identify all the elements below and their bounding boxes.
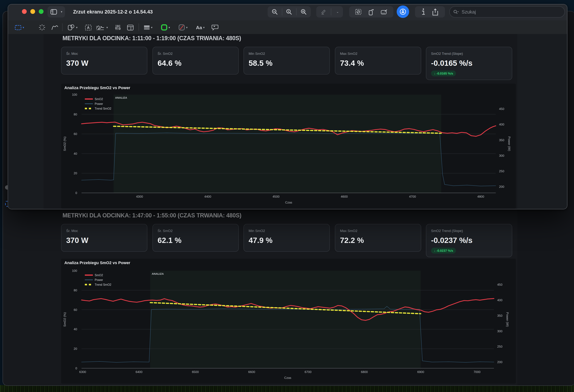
svg-text:40: 40 [74, 152, 77, 156]
svg-text:6400: 6400 [135, 370, 143, 374]
svg-text:350: 350 [499, 138, 504, 142]
metric-card: Śr. SmO262.1 % [152, 224, 239, 252]
svg-text:Trend SmO2: Trend SmO2 [95, 283, 111, 286]
metric-value: 58.5 % [249, 59, 325, 68]
svg-text:ANALIZA: ANALIZA [115, 96, 127, 99]
svg-text:4800: 4800 [477, 195, 484, 198]
svg-text:4400: 4400 [204, 195, 211, 198]
svg-text:Czas: Czas [285, 201, 292, 204]
svg-text:4600: 4600 [341, 195, 348, 198]
svg-text:6300: 6300 [79, 370, 86, 374]
section-title: METRYKI DLA ODCINKA: 1:11:00 - 1:19:00 (… [62, 35, 241, 42]
svg-text:250: 250 [497, 345, 502, 348]
svg-text:60: 60 [74, 308, 77, 312]
svg-text:Trend SmO2: Trend SmO2 [95, 107, 111, 110]
svg-text:6800: 6800 [361, 370, 368, 374]
svg-text:Power (W): Power (W) [506, 312, 509, 327]
svg-text:20: 20 [74, 347, 77, 351]
svg-text:0: 0 [76, 367, 77, 370]
metric-label: Max SmO2 [340, 52, 416, 56]
desktop: METRYKI DLA ODCINKA: 1:47:00 - 1:55:00 (… [0, 0, 574, 392]
metric-label: Min SmO2 [249, 52, 325, 56]
svg-text:200: 200 [497, 360, 502, 364]
section-title: METRYKI DLA ODCINKA: 1:47:00 - 1:55:00 (… [62, 212, 241, 219]
metric-value: 47.9 % [249, 236, 325, 245]
metric-card: SmO2 Trend (Slope)-0.0165 %/s↓ -0.0165 %… [426, 47, 512, 80]
metric-card: Min SmO258.5 % [244, 47, 330, 75]
preview-content: METRYKI DLA ODCINKA: 1:11:00 - 1:19:00 (… [8, 34, 567, 209]
svg-text:6700: 6700 [305, 370, 311, 374]
chart-svg: 1008060402004504003503002502006300640065… [61, 259, 516, 384]
metric-value: 64.6 % [158, 59, 234, 68]
chart-panel: Analiza Przebiegu SmO2 vs Power100806040… [61, 259, 516, 384]
wallpaper-forest-strip [0, 385, 574, 392]
svg-text:4500: 4500 [273, 195, 280, 198]
svg-text:300: 300 [497, 330, 502, 333]
svg-text:SmO2 (%): SmO2 (%) [63, 312, 66, 327]
svg-text:0: 0 [76, 191, 77, 195]
svg-text:7000: 7000 [474, 370, 481, 374]
svg-text:80: 80 [74, 113, 77, 116]
svg-text:60: 60 [74, 132, 77, 136]
svg-text:350: 350 [497, 314, 502, 317]
metric-card: Min SmO247.9 % [244, 224, 330, 252]
svg-text:4300: 4300 [136, 195, 143, 198]
svg-text:Czas: Czas [284, 376, 291, 380]
chart-svg: 1008060402004504003503002502004300440045… [61, 84, 516, 209]
svg-text:Power: Power [95, 102, 103, 105]
metric-label: Śr. Moc [66, 229, 142, 233]
svg-text:40: 40 [74, 328, 77, 331]
metric-value: 370 W [66, 59, 142, 68]
preview-window[interactable]: ▾ Zrzut ekranu 2025-12-2 o 14.54.43 1 [8, 4, 567, 209]
trend-badge: ↓ -0.0237 %/s [431, 248, 456, 254]
metric-label: Min SmO2 [249, 229, 325, 233]
svg-text:100: 100 [72, 93, 77, 97]
svg-text:250: 250 [499, 170, 504, 173]
svg-text:Power: Power [95, 278, 103, 281]
metrics-section-1: METRYKI DLA ODCINKA: 1:11:00 - 1:19:00 (… [8, 4, 567, 209]
metric-label: Max SmO2 [340, 229, 416, 233]
metric-value: 73.4 % [340, 59, 416, 68]
metric-label: SmO2 Trend (Slope) [431, 229, 507, 233]
svg-text:100: 100 [72, 269, 77, 273]
trend-badge: ↓ -0.0165 %/s [431, 71, 456, 76]
svg-text:450: 450 [497, 283, 502, 286]
svg-text:6600: 6600 [248, 370, 255, 374]
svg-text:400: 400 [499, 123, 504, 126]
metric-card: Śr. Moc370 W [61, 224, 147, 252]
metric-value: -0.0237 %/s [431, 236, 507, 245]
svg-text:6500: 6500 [192, 370, 199, 374]
svg-text:Power (W): Power (W) [508, 137, 511, 151]
svg-text:80: 80 [74, 289, 77, 292]
svg-text:300: 300 [499, 154, 504, 157]
chart-panel: Analiza Przebiegu SmO2 vs Power100806040… [61, 84, 516, 209]
svg-text:SmO2 (%): SmO2 (%) [63, 137, 66, 151]
svg-text:450: 450 [499, 107, 504, 111]
svg-text:SmO2: SmO2 [95, 98, 103, 101]
metric-card: Max SmO273.4 % [335, 47, 421, 75]
metric-label: Śr. SmO2 [158, 229, 234, 233]
svg-text:SmO2: SmO2 [95, 274, 103, 277]
metric-value: 72.2 % [340, 236, 416, 245]
metric-value: 62.1 % [158, 236, 234, 245]
svg-text:6900: 6900 [417, 370, 424, 374]
metric-label: Śr. Moc [66, 52, 142, 56]
svg-text:ANALIZA: ANALIZA [152, 272, 164, 275]
metric-label: SmO2 Trend (Slope) [431, 52, 507, 56]
metric-value: -0.0165 %/s [431, 59, 507, 68]
svg-text:400: 400 [497, 298, 502, 302]
svg-text:4700: 4700 [409, 195, 416, 198]
metric-value: 370 W [66, 236, 142, 245]
metric-card: Śr. Moc370 W [61, 47, 147, 75]
metric-card: Śr. SmO264.6 % [152, 47, 239, 75]
svg-text:200: 200 [499, 185, 504, 189]
metric-label: Śr. SmO2 [158, 52, 234, 56]
svg-text:20: 20 [74, 172, 77, 175]
metric-card: SmO2 Trend (Slope)-0.0237 %/s↓ -0.0237 %… [426, 224, 512, 257]
metric-card: Max SmO272.2 % [335, 224, 421, 252]
